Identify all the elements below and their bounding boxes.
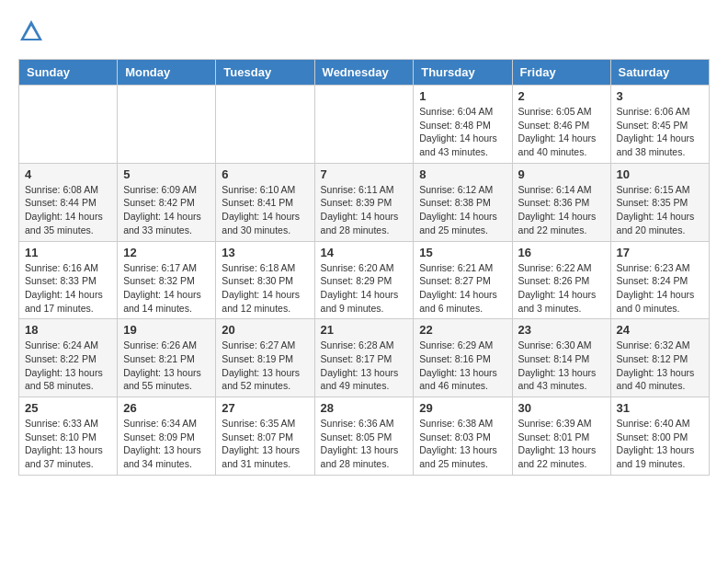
calendar-cell: 25Sunrise: 6:33 AM Sunset: 8:10 PM Dayli… bbox=[19, 397, 118, 476]
calendar-cell: 3Sunrise: 6:06 AM Sunset: 8:45 PM Daylig… bbox=[610, 86, 709, 164]
calendar-cell: 27Sunrise: 6:35 AM Sunset: 8:07 PM Dayli… bbox=[216, 397, 314, 476]
calendar-cell bbox=[19, 86, 118, 164]
day-info: Sunrise: 6:35 AM Sunset: 8:07 PM Dayligh… bbox=[222, 417, 308, 471]
day-info: Sunrise: 6:04 AM Sunset: 8:48 PM Dayligh… bbox=[419, 105, 506, 159]
day-info: Sunrise: 6:16 AM Sunset: 8:33 PM Dayligh… bbox=[25, 261, 111, 316]
calendar-cell: 14Sunrise: 6:20 AM Sunset: 8:29 PM Dayli… bbox=[314, 241, 414, 319]
day-info: Sunrise: 6:20 AM Sunset: 8:29 PM Dayligh… bbox=[321, 261, 408, 316]
day-info: Sunrise: 6:23 AM Sunset: 8:24 PM Dayligh… bbox=[617, 261, 703, 316]
day-info: Sunrise: 6:36 AM Sunset: 8:05 PM Dayligh… bbox=[321, 417, 408, 471]
day-number: 9 bbox=[518, 167, 605, 181]
day-info: Sunrise: 6:40 AM Sunset: 8:00 PM Dayligh… bbox=[617, 417, 703, 471]
day-number: 17 bbox=[617, 246, 703, 259]
day-number: 25 bbox=[25, 401, 111, 415]
day-of-week-saturday: Saturday bbox=[610, 60, 709, 86]
day-number: 23 bbox=[518, 323, 605, 337]
calendar-week-4: 18Sunrise: 6:24 AM Sunset: 8:22 PM Dayli… bbox=[19, 319, 710, 397]
calendar-week-5: 25Sunrise: 6:33 AM Sunset: 8:10 PM Dayli… bbox=[19, 397, 710, 476]
day-number: 30 bbox=[518, 401, 605, 415]
calendar-cell: 29Sunrise: 6:38 AM Sunset: 8:03 PM Dayli… bbox=[414, 397, 512, 476]
day-info: Sunrise: 6:06 AM Sunset: 8:45 PM Dayligh… bbox=[617, 105, 703, 159]
logo bbox=[18, 18, 48, 44]
calendar-cell: 11Sunrise: 6:16 AM Sunset: 8:33 PM Dayli… bbox=[19, 241, 118, 319]
day-info: Sunrise: 6:33 AM Sunset: 8:10 PM Dayligh… bbox=[25, 417, 111, 471]
calendar-cell: 22Sunrise: 6:29 AM Sunset: 8:16 PM Dayli… bbox=[414, 319, 512, 397]
calendar-week-3: 11Sunrise: 6:16 AM Sunset: 8:33 PM Dayli… bbox=[19, 241, 710, 319]
day-number: 1 bbox=[419, 89, 506, 103]
day-number: 24 bbox=[617, 323, 703, 337]
day-number: 14 bbox=[321, 246, 408, 259]
calendar-cell: 20Sunrise: 6:27 AM Sunset: 8:19 PM Dayli… bbox=[216, 319, 314, 397]
calendar-cell: 5Sunrise: 6:09 AM Sunset: 8:42 PM Daylig… bbox=[118, 163, 216, 241]
calendar-cell: 19Sunrise: 6:26 AM Sunset: 8:21 PM Dayli… bbox=[118, 319, 216, 397]
day-of-week-friday: Friday bbox=[512, 60, 610, 86]
day-info: Sunrise: 6:29 AM Sunset: 8:16 PM Dayligh… bbox=[419, 339, 506, 393]
day-number: 18 bbox=[25, 323, 111, 337]
day-number: 28 bbox=[321, 401, 408, 415]
calendar-cell: 7Sunrise: 6:11 AM Sunset: 8:39 PM Daylig… bbox=[314, 163, 414, 241]
day-info: Sunrise: 6:30 AM Sunset: 8:14 PM Dayligh… bbox=[518, 339, 605, 393]
day-number: 16 bbox=[518, 246, 605, 259]
calendar-cell: 10Sunrise: 6:15 AM Sunset: 8:35 PM Dayli… bbox=[610, 163, 709, 241]
calendar-cell: 9Sunrise: 6:14 AM Sunset: 8:36 PM Daylig… bbox=[512, 163, 610, 241]
day-number: 15 bbox=[419, 246, 506, 259]
day-info: Sunrise: 6:34 AM Sunset: 8:09 PM Dayligh… bbox=[123, 417, 210, 471]
day-number: 20 bbox=[222, 323, 308, 337]
day-of-week-wednesday: Wednesday bbox=[314, 60, 414, 86]
day-info: Sunrise: 6:05 AM Sunset: 8:46 PM Dayligh… bbox=[518, 105, 605, 159]
day-number: 6 bbox=[222, 167, 308, 181]
day-info: Sunrise: 6:21 AM Sunset: 8:27 PM Dayligh… bbox=[419, 261, 506, 316]
day-number: 26 bbox=[123, 401, 210, 415]
calendar-cell: 17Sunrise: 6:23 AM Sunset: 8:24 PM Dayli… bbox=[610, 241, 709, 319]
day-number: 31 bbox=[617, 401, 703, 415]
day-of-week-monday: Monday bbox=[118, 60, 216, 86]
day-number: 11 bbox=[25, 246, 111, 259]
calendar-week-2: 4Sunrise: 6:08 AM Sunset: 8:44 PM Daylig… bbox=[19, 163, 710, 241]
day-number: 19 bbox=[123, 323, 210, 337]
day-number: 8 bbox=[419, 167, 506, 181]
calendar-cell: 21Sunrise: 6:28 AM Sunset: 8:17 PM Dayli… bbox=[314, 319, 414, 397]
day-number: 29 bbox=[419, 401, 506, 415]
day-number: 22 bbox=[419, 323, 506, 337]
calendar-cell: 13Sunrise: 6:18 AM Sunset: 8:30 PM Dayli… bbox=[216, 241, 314, 319]
calendar-cell: 4Sunrise: 6:08 AM Sunset: 8:44 PM Daylig… bbox=[19, 163, 118, 241]
calendar-cell: 23Sunrise: 6:30 AM Sunset: 8:14 PM Dayli… bbox=[512, 319, 610, 397]
calendar-cell: 28Sunrise: 6:36 AM Sunset: 8:05 PM Dayli… bbox=[314, 397, 414, 476]
day-of-week-thursday: Thursday bbox=[414, 60, 512, 86]
day-info: Sunrise: 6:18 AM Sunset: 8:30 PM Dayligh… bbox=[222, 261, 308, 316]
day-info: Sunrise: 6:22 AM Sunset: 8:26 PM Dayligh… bbox=[518, 261, 605, 316]
calendar-cell: 18Sunrise: 6:24 AM Sunset: 8:22 PM Dayli… bbox=[19, 319, 118, 397]
calendar-cell bbox=[314, 86, 414, 164]
day-info: Sunrise: 6:11 AM Sunset: 8:39 PM Dayligh… bbox=[321, 183, 408, 237]
day-info: Sunrise: 6:17 AM Sunset: 8:32 PM Dayligh… bbox=[123, 261, 210, 316]
day-info: Sunrise: 6:08 AM Sunset: 8:44 PM Dayligh… bbox=[25, 183, 111, 237]
day-info: Sunrise: 6:27 AM Sunset: 8:19 PM Dayligh… bbox=[222, 339, 308, 393]
logo-icon bbox=[18, 18, 44, 44]
calendar-cell: 12Sunrise: 6:17 AM Sunset: 8:32 PM Dayli… bbox=[118, 241, 216, 319]
day-info: Sunrise: 6:15 AM Sunset: 8:35 PM Dayligh… bbox=[617, 183, 703, 237]
calendar-cell: 2Sunrise: 6:05 AM Sunset: 8:46 PM Daylig… bbox=[512, 86, 610, 164]
calendar-header-row: SundayMondayTuesdayWednesdayThursdayFrid… bbox=[19, 60, 710, 86]
calendar-cell: 8Sunrise: 6:12 AM Sunset: 8:38 PM Daylig… bbox=[414, 163, 512, 241]
day-number: 10 bbox=[617, 167, 703, 181]
day-info: Sunrise: 6:32 AM Sunset: 8:12 PM Dayligh… bbox=[617, 339, 703, 393]
calendar-cell: 26Sunrise: 6:34 AM Sunset: 8:09 PM Dayli… bbox=[118, 397, 216, 476]
day-info: Sunrise: 6:09 AM Sunset: 8:42 PM Dayligh… bbox=[123, 183, 210, 237]
calendar-cell: 31Sunrise: 6:40 AM Sunset: 8:00 PM Dayli… bbox=[610, 397, 709, 476]
day-number: 12 bbox=[123, 246, 210, 259]
day-number: 5 bbox=[123, 167, 210, 181]
calendar-cell: 30Sunrise: 6:39 AM Sunset: 8:01 PM Dayli… bbox=[512, 397, 610, 476]
calendar: SundayMondayTuesdayWednesdayThursdayFrid… bbox=[18, 59, 710, 476]
day-number: 21 bbox=[321, 323, 408, 337]
day-info: Sunrise: 6:39 AM Sunset: 8:01 PM Dayligh… bbox=[518, 417, 605, 471]
day-of-week-sunday: Sunday bbox=[19, 60, 118, 86]
calendar-cell: 16Sunrise: 6:22 AM Sunset: 8:26 PM Dayli… bbox=[512, 241, 610, 319]
day-info: Sunrise: 6:38 AM Sunset: 8:03 PM Dayligh… bbox=[419, 417, 506, 471]
calendar-cell: 6Sunrise: 6:10 AM Sunset: 8:41 PM Daylig… bbox=[216, 163, 314, 241]
day-of-week-tuesday: Tuesday bbox=[216, 60, 314, 86]
day-info: Sunrise: 6:14 AM Sunset: 8:36 PM Dayligh… bbox=[518, 183, 605, 237]
calendar-cell: 15Sunrise: 6:21 AM Sunset: 8:27 PM Dayli… bbox=[414, 241, 512, 319]
calendar-cell bbox=[118, 86, 216, 164]
day-number: 7 bbox=[321, 167, 408, 181]
calendar-cell bbox=[216, 86, 314, 164]
